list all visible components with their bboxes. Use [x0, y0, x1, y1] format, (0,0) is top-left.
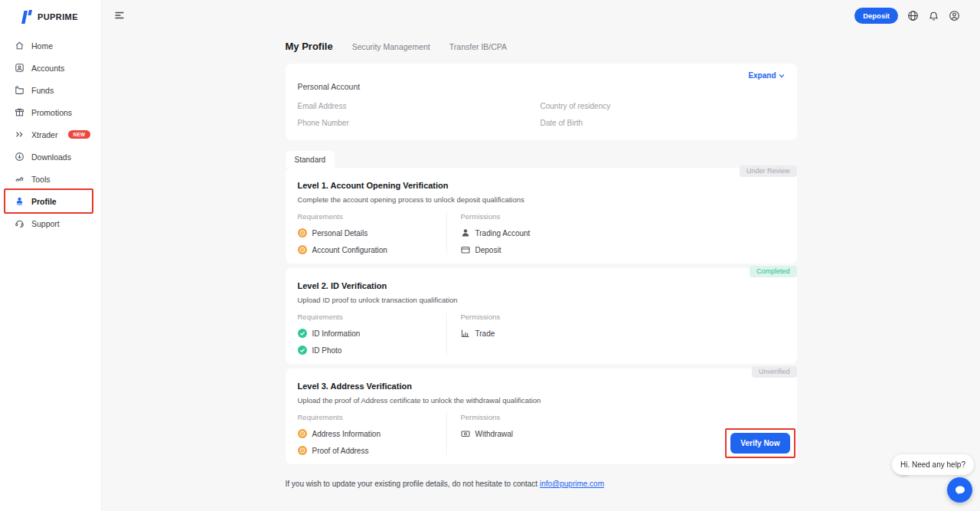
permission-trading-account: Trading Account	[461, 228, 785, 237]
check-circle-icon	[298, 346, 307, 355]
sidebar-item-home[interactable]: Home	[0, 34, 101, 57]
globe-icon[interactable]	[907, 10, 919, 21]
level2-description: Upload ID proof to unlock transaction qu…	[298, 296, 785, 304]
sidebar-item-label: Funds	[31, 86, 54, 95]
tab-transfer-ib-cpa[interactable]: Transfer IB/CPA	[449, 42, 507, 51]
requirement-address-information: Address Information	[298, 429, 446, 438]
pending-clock-icon	[298, 446, 307, 455]
sidebar-item-label: Accounts	[31, 64, 64, 73]
expand-toggle[interactable]: Expand	[748, 71, 784, 80]
support-icon	[15, 218, 24, 228]
country-of-residency-label: Country of residency	[541, 102, 785, 119]
sidebar-item-downloads[interactable]: Downloads	[0, 146, 101, 168]
deposit-button[interactable]: Deposit	[854, 8, 898, 24]
collapse-menu-icon[interactable]	[113, 9, 126, 21]
permission-deposit: Deposit	[461, 245, 785, 254]
xtrader-icon	[15, 129, 24, 139]
status-badge: Completed	[750, 266, 797, 277]
user-icon	[461, 228, 470, 237]
phone-number-label: Phone Number	[298, 119, 541, 136]
sidebar-item-label: Downloads	[31, 152, 71, 162]
requirement-label: Address Information	[312, 430, 381, 438]
sidebar-item-label: Support	[31, 219, 60, 228]
level2-verification-card: Completed Level 2. ID Verification Uploa…	[286, 268, 797, 364]
content: My Profile Security Management Transfer …	[286, 31, 797, 488]
sidebar-item-label: Home	[31, 41, 53, 51]
requirement-label: ID Information	[312, 329, 361, 338]
home-icon	[15, 41, 24, 51]
email-address-label: Email Address	[298, 102, 541, 119]
permission-trade: Trade	[461, 329, 785, 338]
wallet-icon	[461, 245, 470, 254]
sidebar-nav: Home Accounts Funds Promotions Xtrader N…	[0, 34, 101, 234]
tab-standard[interactable]: Standard	[286, 151, 335, 168]
banknote-icon	[461, 429, 470, 438]
verify-now-annotation-box: Verify Now	[725, 428, 795, 458]
permission-label: Trade	[475, 329, 495, 338]
new-badge: NEW	[68, 130, 90, 139]
puprime-logo-icon	[20, 9, 33, 24]
requirements-heading: Requirements	[298, 313, 446, 321]
level1-verification-card: Under Review Level 1. Account Opening Ve…	[286, 168, 797, 264]
level3-verification-card: Unverified Level 3. Address Verification…	[286, 369, 797, 464]
contact-email-link[interactable]: info@puprime.com	[540, 480, 604, 488]
status-badge: Under Review	[740, 165, 797, 177]
profile-icon	[15, 196, 24, 206]
requirement-label: Proof of Address	[312, 447, 369, 455]
sidebar-item-profile[interactable]: Profile	[0, 190, 101, 212]
footer-note: If you wish to update your existing prof…	[286, 480, 797, 488]
sidebar-item-label: Profile	[31, 197, 57, 206]
personal-account-card: Expand Personal Account Email Address Co…	[286, 64, 797, 140]
tab-my-profile[interactable]: My Profile	[286, 41, 333, 52]
requirement-label: ID Photo	[312, 346, 342, 355]
sidebar-item-tools[interactable]: Tools	[0, 168, 101, 190]
requirement-account-configuration: Account Configuration	[298, 245, 446, 254]
sidebar-item-label: Xtrader	[31, 130, 57, 139]
brand-logo[interactable]: PUPRIME	[0, 0, 101, 34]
account-icon[interactable]	[949, 10, 960, 21]
main-area: Deposit My Profile Security Management T…	[102, 0, 980, 511]
sidebar-item-accounts[interactable]: Accounts	[0, 57, 101, 79]
requirement-proof-of-address: Proof of Address	[298, 446, 446, 455]
permissions-heading: Permissions	[461, 212, 785, 221]
personal-account-title: Personal Account	[298, 82, 785, 91]
pending-clock-icon	[298, 228, 307, 237]
chat-greeting-bubble[interactable]: Hi. Need any help?	[892, 454, 974, 475]
sidebar-item-label: Tools	[31, 175, 51, 184]
sidebar-item-support[interactable]: Support	[0, 212, 101, 234]
chart-icon	[461, 329, 470, 338]
tab-security-management[interactable]: Security Management	[352, 42, 430, 51]
accounts-icon	[15, 63, 24, 73]
level2-title: Level 2. ID Verification	[298, 281, 785, 290]
requirement-id-photo: ID Photo	[298, 346, 446, 355]
permission-label: Trading Account	[475, 229, 531, 237]
downloads-icon	[15, 152, 24, 162]
pending-clock-icon	[298, 429, 307, 438]
permissions-heading: Permissions	[461, 413, 785, 421]
date-of-birth-label: Date of Birth	[541, 119, 785, 136]
chat-bubble-icon	[954, 484, 966, 496]
requirement-label: Personal Details	[312, 229, 368, 237]
chevron-down-icon	[779, 73, 785, 79]
chat-launcher-button[interactable]	[947, 477, 972, 503]
promotions-icon	[15, 107, 24, 117]
tools-icon	[15, 174, 24, 184]
level1-title: Level 1. Account Opening Verification	[298, 181, 785, 190]
permission-label: Deposit	[475, 246, 501, 254]
verify-now-button[interactable]: Verify Now	[730, 433, 789, 454]
status-badge: Unverified	[752, 366, 797, 378]
funds-icon	[15, 85, 24, 95]
sidebar-item-funds[interactable]: Funds	[0, 79, 101, 101]
level1-description: Complete the account opening process to …	[298, 195, 785, 204]
level3-title: Level 3. Address Verification	[298, 382, 785, 391]
check-circle-icon	[298, 329, 307, 338]
sidebar: PUPRIME Home Accounts Funds Promotions X…	[0, 0, 102, 511]
requirement-personal-details: Personal Details	[298, 228, 446, 237]
requirements-heading: Requirements	[298, 413, 446, 421]
sidebar-item-xtrader[interactable]: Xtrader NEW	[0, 123, 101, 146]
requirement-id-information: ID Information	[298, 329, 446, 338]
profile-tabs: My Profile Security Management Transfer …	[286, 41, 797, 52]
bell-icon[interactable]	[928, 10, 939, 21]
permission-label: Withdrawal	[475, 430, 513, 438]
sidebar-item-promotions[interactable]: Promotions	[0, 101, 101, 123]
